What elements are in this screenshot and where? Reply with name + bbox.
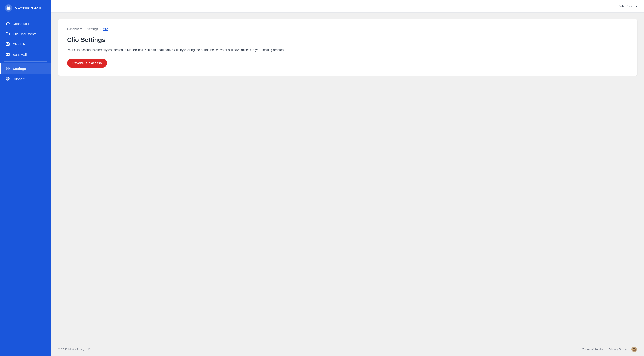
support-icon [6,77,10,81]
content-card: Dashboard › Settings › Clio Clio Setting… [58,19,637,76]
sidebar-label-dashboard: Dashboard [13,22,29,26]
svg-point-2 [7,7,10,10]
sidebar-label-settings: Settings [13,67,26,71]
svg-point-23 [633,348,635,350]
sidebar-item-support[interactable]: Support [0,74,52,84]
breadcrumb-sep-2: › [100,28,101,31]
topbar: John Smith ▾ [52,0,644,13]
revoke-clio-access-button[interactable]: Revoke Clio access [67,59,107,68]
sidebar-item-settings[interactable]: Settings [0,63,52,74]
folder-icon [6,32,10,36]
terms-of-service-link[interactable]: Terms of Service [582,348,604,351]
copyright: © 2022 MatterSnail, LLC [58,348,90,351]
svg-point-16 [7,78,8,79]
breadcrumb: Dashboard › Settings › Clio [67,27,628,31]
settings-icon [6,66,10,71]
user-name: John Smith [619,5,634,8]
main-content: John Smith ▾ Dashboard › Settings › Clio… [52,0,644,356]
footer-links: Terms of Service Privacy Policy [582,346,637,352]
sidebar-item-dashboard[interactable]: Dashboard [0,18,52,29]
dashboard-icon [6,21,10,26]
brand-logo[interactable]: MATTER SNAIL [0,0,52,16]
chevron-down-icon: ▾ [636,5,637,8]
logo-icon [4,4,12,12]
sidebar-label-sent-mail: Sent Mail [13,53,27,56]
svg-point-15 [6,77,10,80]
sidebar-item-clio-documents[interactable]: Clio Documents [0,29,52,39]
bills-icon [6,42,10,46]
svg-line-19 [8,78,9,78]
sidebar: MATTER SNAIL Dashboard Clio Documents [0,0,52,356]
svg-line-20 [7,79,8,80]
footer: © 2022 MatterSnail, LLC Terms of Service… [52,342,644,356]
sidebar-divider [4,61,47,62]
page-title: Clio Settings [67,36,628,44]
brand-name: MATTER SNAIL [15,6,42,10]
breadcrumb-settings[interactable]: Settings [87,27,98,31]
sidebar-label-clio-documents: Clio Documents [13,32,36,36]
sidebar-item-sent-mail[interactable]: Sent Mail [0,49,52,60]
mail-icon [6,52,10,57]
sidebar-label-support: Support [13,77,24,81]
privacy-policy-link[interactable]: Privacy Policy [608,348,626,351]
svg-point-8 [9,6,10,6]
svg-rect-9 [6,43,10,46]
breadcrumb-sep-1: › [84,28,85,31]
svg-line-18 [8,79,9,80]
svg-rect-13 [6,53,10,56]
breadcrumb-clio[interactable]: Clio [103,27,108,31]
breadcrumb-dashboard[interactable]: Dashboard [67,27,82,31]
svg-point-14 [8,68,8,69]
user-menu[interactable]: John Smith ▾ [619,5,637,8]
sidebar-label-clio-bills: Clio Bills [13,42,26,46]
sidebar-item-clio-bills[interactable]: Clio Bills [0,39,52,49]
svg-point-7 [7,6,8,6]
footer-snail-icon [631,346,637,352]
svg-line-17 [7,78,8,78]
page-description: Your Clio account is currently connected… [67,48,628,52]
content-area: Dashboard › Settings › Clio Clio Setting… [52,13,644,342]
sidebar-navigation: Dashboard Clio Documents Clio Bills [0,16,52,356]
